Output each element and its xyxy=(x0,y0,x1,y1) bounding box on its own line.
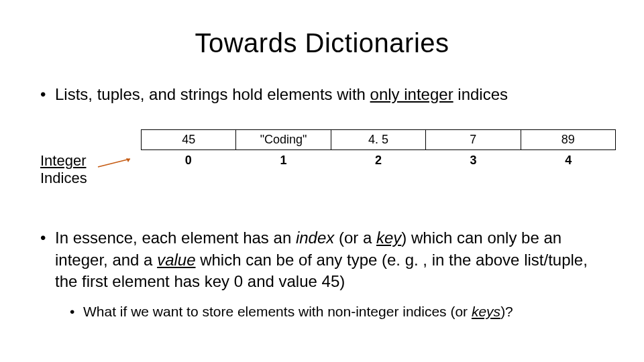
indices-label: Integer Indices xyxy=(40,152,87,186)
slide-title: Towards Dictionaries xyxy=(0,0,644,58)
array-cell: "Coding" xyxy=(236,130,331,150)
table-row: 45 "Coding" 4. 5 7 89 xyxy=(142,130,616,150)
sub-bullet-text: What if we want to store elements with n… xyxy=(83,302,513,321)
sub-s0: What if we want to store elements with n… xyxy=(83,304,472,319)
index-cell: 1 xyxy=(236,152,331,169)
bullet-1-pre: Lists, tuples, and strings hold elements… xyxy=(55,85,370,103)
b2-key: key xyxy=(376,229,401,247)
array-illustration: Integer Indices 45 "Coding" 4. 5 7 89 xyxy=(40,129,604,190)
bullet-1-post: indices xyxy=(453,85,508,103)
slide-body: • Lists, tuples, and strings hold elemen… xyxy=(0,58,644,321)
bullet-1-underlined: only integer xyxy=(370,85,453,103)
bullet-2: • In essence, each element has an index … xyxy=(40,227,604,292)
array-cell: 7 xyxy=(426,130,521,150)
bullet-1: • Lists, tuples, and strings hold elemen… xyxy=(40,84,604,105)
sub-keys: keys xyxy=(472,304,500,319)
table-row: 0 1 2 3 4 xyxy=(141,152,616,169)
array-values-table: 45 "Coding" 4. 5 7 89 xyxy=(141,129,616,150)
bullet-dot: • xyxy=(40,227,55,249)
array-indices-table: 0 1 2 3 4 xyxy=(141,152,616,169)
svg-line-0 xyxy=(98,159,130,167)
array-cell: 45 xyxy=(142,130,236,150)
bullet-dot: • xyxy=(40,84,55,105)
sub-bullet: • What if we want to store elements with… xyxy=(40,302,604,321)
b2-s0: In essence, each element has an xyxy=(55,229,296,247)
slide: Towards Dictionaries • Lists, tuples, an… xyxy=(0,0,644,362)
b2-index: index xyxy=(296,229,334,247)
bullet-dot: • xyxy=(70,302,83,321)
index-cell: 3 xyxy=(426,152,521,169)
index-cell: 0 xyxy=(141,152,236,169)
bullet-1-text: Lists, tuples, and strings hold elements… xyxy=(55,84,604,105)
indices-label-line2: Indices xyxy=(40,170,87,186)
array-cell: 89 xyxy=(521,130,615,150)
sub-s2: )? xyxy=(500,304,513,319)
array-cell: 4. 5 xyxy=(331,130,425,150)
indices-label-line1: Integer xyxy=(40,152,87,169)
b2-s2: (or a xyxy=(334,229,376,247)
index-cell: 4 xyxy=(521,152,616,169)
arrow-icon xyxy=(97,156,138,168)
index-cell: 2 xyxy=(331,152,426,169)
bullet-2-text: In essence, each element has an index (o… xyxy=(55,227,604,292)
b2-value: value xyxy=(157,251,195,269)
